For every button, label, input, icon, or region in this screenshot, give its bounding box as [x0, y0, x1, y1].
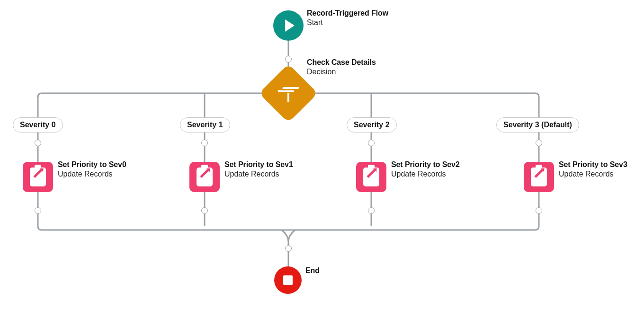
- update-square: [524, 162, 554, 192]
- connector-lines: [0, 0, 644, 309]
- update-title-sev3: Set Priority to Sev3: [559, 160, 627, 169]
- start-subtitle: Start: [307, 18, 388, 27]
- add-node-dot[interactable]: [536, 207, 542, 214]
- start-title: Record-Triggered Flow: [307, 9, 388, 18]
- update-node-sev2[interactable]: [356, 162, 386, 192]
- play-icon: [285, 19, 295, 32]
- branch-label-sev0[interactable]: Severity 0: [13, 117, 63, 132]
- end-circle: [274, 266, 302, 294]
- decision-subtitle: Decision: [307, 67, 376, 77]
- update-node-sev0[interactable]: [23, 162, 53, 192]
- decision-node[interactable]: [268, 72, 309, 114]
- add-node-dot[interactable]: [201, 207, 208, 214]
- update-label-sev3: Set Priority to Sev3 Update Records: [559, 160, 627, 179]
- add-node-dot[interactable]: [201, 140, 208, 146]
- update-square: [189, 162, 220, 192]
- update-label-sev2: Set Priority to Sev2 Update Records: [391, 160, 460, 179]
- decision-title: Check Case Details: [307, 58, 376, 67]
- update-node-sev3[interactable]: [524, 162, 554, 192]
- update-title-sev0: Set Priority to Sev0: [58, 160, 126, 169]
- update-label-sev0: Set Priority to Sev0 Update Records: [58, 160, 126, 179]
- branch-label-sev3[interactable]: Severity 3 (Default): [496, 117, 579, 132]
- update-subtitle-sev1: Update Records: [224, 169, 293, 179]
- add-node-dot[interactable]: [285, 56, 292, 62]
- signpost-icon: [280, 86, 296, 101]
- add-node-dot[interactable]: [368, 207, 375, 214]
- update-subtitle-sev2: Update Records: [391, 169, 460, 179]
- end-title: End: [305, 266, 320, 275]
- add-node-dot[interactable]: [35, 207, 41, 214]
- clipboard-edit-icon: [363, 168, 379, 186]
- flow-canvas[interactable]: { "colors": { "start": "#0b9488", "decis…: [0, 0, 644, 309]
- branch-label-sev1[interactable]: Severity 1: [180, 117, 230, 132]
- update-square: [356, 162, 386, 192]
- add-node-dot[interactable]: [285, 245, 292, 252]
- clipboard-edit-icon: [531, 168, 547, 186]
- start-circle: [273, 10, 304, 41]
- start-label: Record-Triggered Flow Start: [307, 9, 388, 27]
- add-node-dot[interactable]: [35, 140, 41, 146]
- stop-icon: [283, 275, 293, 285]
- update-subtitle-sev0: Update Records: [58, 169, 126, 179]
- update-title-sev2: Set Priority to Sev2: [391, 160, 460, 169]
- start-node[interactable]: [273, 10, 304, 41]
- clipboard-edit-icon: [197, 168, 213, 186]
- end-node[interactable]: [274, 266, 302, 294]
- add-node-dot[interactable]: [368, 140, 375, 146]
- add-node-dot[interactable]: [536, 140, 542, 146]
- update-node-sev1[interactable]: [189, 162, 220, 192]
- update-title-sev1: Set Priority to Sev1: [224, 160, 293, 169]
- end-label: End: [305, 266, 320, 275]
- update-square: [23, 162, 53, 192]
- decision-label: Check Case Details Decision: [307, 58, 376, 77]
- clipboard-edit-icon: [30, 168, 46, 186]
- update-subtitle-sev3: Update Records: [559, 169, 627, 179]
- branch-label-sev2[interactable]: Severity 2: [347, 117, 397, 132]
- update-label-sev1: Set Priority to Sev1 Update Records: [224, 160, 293, 179]
